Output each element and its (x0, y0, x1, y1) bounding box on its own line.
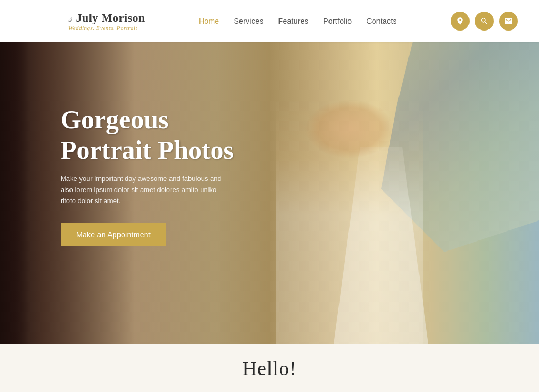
email-icon (504, 17, 513, 25)
nav-home[interactable]: Home (199, 17, 219, 25)
hero-title: Gorgeous Portrait Photos (61, 105, 253, 165)
logo-tagline: Weddings. Events. Portrait (68, 25, 137, 31)
location-icon (456, 17, 464, 25)
nav-contacts[interactable]: Contacts (366, 17, 397, 25)
header-icon-group (451, 12, 518, 31)
hero-content: Gorgeous Portrait Photos Make your impor… (0, 42, 253, 246)
search-icon (480, 17, 488, 25)
nav-features[interactable]: Features (278, 17, 309, 25)
location-button[interactable] (451, 12, 470, 31)
nav-portfolio[interactable]: Portfolio (323, 17, 352, 25)
hero-subtitle: Make your important day awesome and fabu… (61, 174, 229, 206)
hello-title: Hello! (242, 357, 296, 380)
nav-services[interactable]: Services (234, 17, 263, 25)
search-button[interactable] (475, 12, 494, 31)
logo-name: 𝓈 July Morison (68, 11, 145, 25)
email-button[interactable] (499, 12, 518, 31)
hero-portrait-hint (276, 57, 423, 344)
hero-section: Gorgeous Portrait Photos Make your impor… (0, 42, 539, 344)
hello-section: Hello! (0, 344, 539, 392)
logo-feather-icon: 𝓈 (68, 13, 72, 24)
cta-button[interactable]: Make an Appointment (61, 223, 166, 246)
main-nav: Home Services Features Portfolio Contact… (199, 17, 397, 25)
site-header: 𝓈 July Morison Weddings. Events. Portrai… (0, 0, 539, 42)
logo[interactable]: 𝓈 July Morison Weddings. Events. Portrai… (68, 11, 145, 31)
